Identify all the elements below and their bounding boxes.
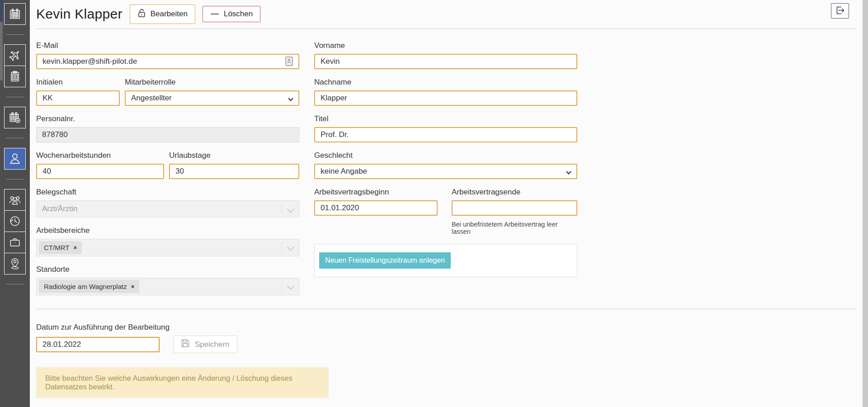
first-name-label: Vorname: [314, 41, 577, 50]
select-divider: [281, 242, 282, 253]
field-locations: Standorte Radiologie am Wagnerplatz ×: [36, 265, 299, 295]
initials-field[interactable]: [36, 90, 120, 106]
sidebar-item-employee[interactable]: [4, 148, 26, 170]
field-role: Mitarbeiterrolle Angestellter: [125, 78, 299, 106]
calendar-icon: [9, 8, 21, 20]
personnel-no-label: Personalnr.: [36, 114, 299, 123]
delete-button[interactable]: Löschen: [203, 6, 260, 22]
locations-label: Standorte: [36, 265, 299, 274]
sidebar-item-reports[interactable]: [4, 66, 26, 87]
field-personnel-no: Personalnr.: [36, 114, 299, 142]
sidebar-item-working-time[interactable]: [4, 210, 26, 232]
sidebar-divider: [6, 179, 24, 180]
leave-period-box: Neuen Freistellungszeitraum anlegen: [314, 244, 577, 277]
contract-end-hint: Bei unbefristetem Arbeitsvertrag leer la…: [452, 221, 577, 235]
sidebar-item-calendar[interactable]: [4, 3, 26, 25]
delete-button-label: Löschen: [224, 9, 253, 19]
add-leave-period-button[interactable]: Neuen Freistellungszeitraum anlegen: [319, 252, 451, 269]
field-contract-start: Arbeitsvertragsbeginn: [314, 188, 438, 235]
select-divider: [281, 204, 282, 214]
employee-form: E-Mail Initialen: [36, 41, 577, 304]
sidebar-item-teams[interactable]: [4, 189, 26, 211]
sidebar-top-indicator: [0, 0, 3, 22]
role-label: Mitarbeiterrolle: [125, 78, 299, 87]
gender-select[interactable]: keine Angabe: [314, 164, 577, 179]
page-scrollbar: [863, 0, 868, 407]
staff-group-label: Belegschaft: [36, 188, 299, 197]
contract-end-label: Arbeitsvertragsende: [452, 188, 577, 197]
last-name-field[interactable]: [314, 90, 577, 106]
email-label: E-Mail: [36, 41, 299, 50]
edit-button-label: Bearbeiten: [151, 9, 188, 19]
edit-date-field[interactable]: [36, 337, 160, 352]
field-contract-end: Arbeitsvertragsende Bei unbefristetem Ar…: [452, 188, 577, 235]
edit-date-label: Datum zur Ausführung der Bearbeitung: [36, 323, 868, 332]
work-areas-label: Arbeitsbereiche: [36, 226, 299, 235]
field-gender: Geschlecht keine Angabe: [314, 151, 577, 179]
field-work-areas: Arbeitsbereiche CT/MRT ×: [36, 226, 299, 256]
calendar-plus-icon: [9, 111, 21, 124]
logout-button[interactable]: [831, 3, 849, 19]
contract-start-label: Arbeitsvertragsbeginn: [314, 188, 438, 197]
field-weekly-hours: Wochenarbeitstunden: [36, 151, 164, 179]
form-column-right: Vorname Nachname Titel Geschlecht keine …: [314, 41, 577, 277]
briefcase-icon: [9, 236, 21, 249]
sidebar-item-locations[interactable]: [4, 253, 26, 274]
scrollbar-thumb[interactable]: [863, 0, 868, 407]
location-chip-label: Radiologie am Wagnerplatz: [44, 283, 127, 290]
header-divider: [36, 28, 855, 29]
field-title: Titel: [314, 114, 577, 142]
title-field[interactable]: [314, 127, 577, 142]
email-field[interactable]: [36, 54, 299, 69]
chip-remove-icon[interactable]: ×: [131, 283, 135, 290]
vacation-days-field[interactable]: [169, 164, 299, 179]
row-initials-role: Initialen Mitarbeiterrolle Angestellter: [36, 78, 299, 106]
edit-date-row: Speichern: [36, 336, 868, 353]
sidebar-divider: [6, 284, 24, 284]
location-chip: Radiologie am Wagnerplatz ×: [39, 280, 139, 293]
select-divider: [281, 281, 282, 292]
sidebar-item-absences[interactable]: [4, 44, 26, 66]
main-content: Kevin Klapper Bearbeiten Löschen: [30, 0, 868, 398]
work-area-chip-label: CT/MRT: [44, 244, 69, 251]
contract-end-field[interactable]: [452, 200, 577, 216]
contract-start-field[interactable]: [314, 200, 438, 216]
work-area-chip: CT/MRT ×: [39, 241, 82, 254]
weekly-hours-field[interactable]: [36, 164, 164, 179]
field-first-name: Vorname: [314, 41, 577, 69]
locations-multiselect[interactable]: Radiologie am Wagnerplatz ×: [36, 278, 299, 295]
first-name-field[interactable]: [314, 54, 577, 69]
contact-card-icon: [285, 57, 293, 68]
sidebar-divider: [6, 138, 24, 138]
field-initials: Initialen: [36, 78, 120, 106]
work-areas-multiselect[interactable]: CT/MRT ×: [36, 239, 299, 256]
form-column-left: E-Mail Initialen: [36, 41, 299, 304]
page-header: Kevin Klapper Bearbeiten Löschen: [36, 5, 868, 24]
sidebar-item-jobs[interactable]: [4, 232, 26, 253]
lock-icon: [137, 8, 146, 20]
last-name-label: Nachname: [314, 78, 577, 87]
clipboard-icon: [9, 70, 21, 83]
warning-banner: Bitte beachten Sie welche Auswirkungen e…: [36, 367, 329, 398]
chevron-down-icon: [288, 96, 294, 105]
chevron-down-icon: [566, 169, 572, 178]
save-button-label: Speichern: [195, 340, 230, 349]
staff-group-select: Arzt/Ärztin: [36, 200, 299, 218]
row-contract: Arbeitsvertragsbeginn Arbeitsvertragsend…: [314, 188, 577, 235]
role-select-value: Angestellter: [131, 94, 172, 103]
sidebar-item-calendar-new[interactable]: [4, 107, 26, 128]
title-label: Titel: [314, 114, 577, 123]
chip-remove-icon[interactable]: ×: [73, 244, 77, 251]
role-select[interactable]: Angestellter: [125, 90, 299, 106]
footer-section: Datum zur Ausführung der Bearbeitung Spe…: [36, 323, 868, 398]
field-staff-group: Belegschaft Arzt/Ärztin: [36, 188, 299, 218]
logout-icon: [835, 5, 845, 17]
airplane-icon: [8, 48, 22, 62]
save-button[interactable]: Speichern: [173, 336, 237, 353]
edit-button[interactable]: Bearbeiten: [130, 5, 195, 24]
sidebar-divider: [6, 34, 24, 35]
section-divider: [36, 309, 855, 309]
page-title: Kevin Klapper: [36, 6, 123, 22]
field-vacation-days: Urlaubstage: [169, 151, 299, 179]
personnel-no-field: [36, 127, 299, 142]
